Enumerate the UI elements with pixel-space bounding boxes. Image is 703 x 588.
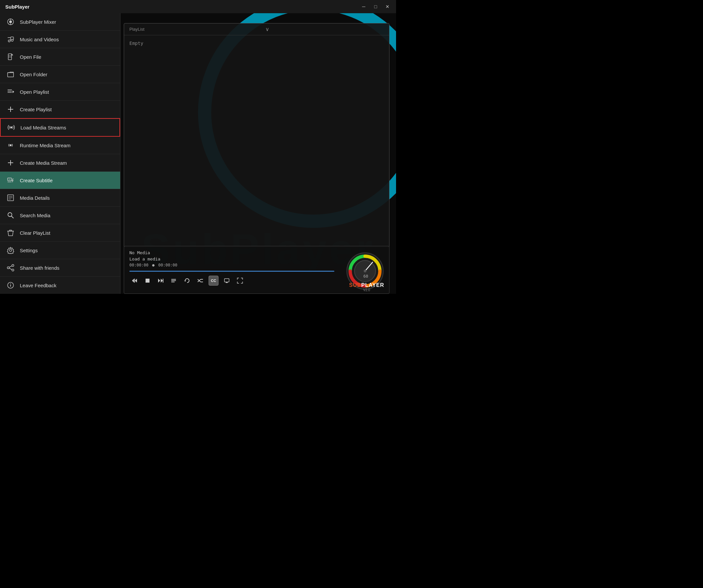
feedback-icon bbox=[7, 281, 14, 289]
subtitle-icon bbox=[7, 176, 14, 184]
sidebar-item-open-file[interactable]: Open File bbox=[0, 48, 120, 66]
time-total: 00:00:00 bbox=[158, 263, 177, 268]
fullscreen-button[interactable] bbox=[235, 276, 245, 286]
sidebar-item-subplayer-mixer[interactable]: SubPlayer Mixer bbox=[0, 13, 120, 31]
close-button[interactable]: ✕ bbox=[384, 4, 391, 9]
sidebar-item-open-folder[interactable]: Open Folder bbox=[0, 66, 120, 83]
file-icon bbox=[7, 53, 14, 61]
share-icon bbox=[7, 264, 14, 272]
svg-rect-66 bbox=[224, 279, 229, 282]
svg-point-47 bbox=[10, 284, 11, 284]
sidebar-label-subplayer-mixer: SubPlayer Mixer bbox=[20, 19, 56, 25]
svg-point-23 bbox=[10, 127, 12, 129]
sidebar-item-media-details[interactable]: Media Details bbox=[0, 189, 120, 207]
music-icon bbox=[7, 35, 14, 43]
shuffle-icon bbox=[198, 278, 203, 284]
screen-icon bbox=[224, 278, 230, 284]
mixer-icon bbox=[7, 18, 14, 26]
svg-rect-67 bbox=[226, 282, 228, 283]
playlist-icon bbox=[7, 88, 14, 96]
screen-button[interactable] bbox=[222, 276, 232, 286]
svg-point-1 bbox=[9, 20, 12, 23]
progress-bar[interactable] bbox=[129, 271, 334, 272]
maximize-button[interactable]: □ bbox=[372, 4, 379, 9]
svg-line-44 bbox=[9, 266, 12, 268]
svg-point-43 bbox=[12, 269, 14, 271]
search-icon bbox=[7, 211, 14, 219]
clear-icon bbox=[7, 229, 14, 237]
sidebar-item-load-media-streams[interactable]: Load Media Streams bbox=[0, 118, 120, 137]
svg-point-9 bbox=[11, 39, 13, 41]
volume-knob-svg[interactable]: 60 bbox=[344, 250, 386, 292]
svg-point-24 bbox=[10, 144, 12, 146]
svg-rect-58 bbox=[171, 279, 176, 280]
sidebar-item-leave-feedback[interactable]: Leave Feedback bbox=[0, 277, 120, 294]
playlist-icon bbox=[171, 278, 177, 284]
minimize-button[interactable]: ─ bbox=[361, 4, 367, 9]
sidebar-label-open-file: Open File bbox=[20, 54, 41, 60]
svg-rect-5 bbox=[11, 36, 13, 37]
svg-rect-52 bbox=[134, 279, 135, 283]
sidebar-label-share-friends: Share with friends bbox=[20, 265, 59, 271]
playlist-toggle-button[interactable] bbox=[169, 276, 179, 286]
sidebar-item-music-and-videos[interactable]: Music and Videos bbox=[0, 31, 120, 48]
titlebar: SubPlayer ─ □ ✕ bbox=[0, 0, 396, 13]
player-panel: PlayList ∨ Empty bbox=[124, 23, 389, 247]
svg-marker-61 bbox=[184, 281, 186, 282]
svg-point-8 bbox=[8, 40, 10, 42]
svg-rect-54 bbox=[146, 279, 150, 283]
svg-rect-57 bbox=[163, 279, 163, 283]
sidebar-label-open-playlist: Open Playlist bbox=[20, 89, 49, 95]
loop-button[interactable] bbox=[182, 276, 192, 286]
next-icon bbox=[158, 278, 164, 284]
cc-label: CC bbox=[211, 279, 216, 283]
stop-button[interactable] bbox=[143, 276, 152, 286]
playlist-header: PlayList ∨ bbox=[124, 23, 389, 35]
svg-point-71 bbox=[364, 270, 366, 272]
svg-line-45 bbox=[9, 269, 12, 270]
sidebar-label-open-folder: Open Folder bbox=[20, 72, 47, 77]
time-current: 00:00:00 bbox=[129, 263, 149, 268]
playlist-chevron-icon[interactable]: ∨ bbox=[265, 26, 269, 32]
sidebar-item-open-playlist[interactable]: Open Playlist bbox=[0, 83, 120, 101]
sidebar-item-clear-playlist[interactable]: Clear PlayList bbox=[0, 224, 120, 242]
folder-icon bbox=[7, 70, 14, 78]
sidebar-item-share-friends[interactable]: Share with friends bbox=[0, 259, 120, 277]
svg-text:60: 60 bbox=[363, 274, 368, 279]
sidebar-item-create-media-stream[interactable]: Create Media Stream bbox=[0, 154, 120, 172]
prev-button[interactable] bbox=[129, 276, 139, 286]
app-title: SubPlayer bbox=[5, 4, 361, 10]
cc-button[interactable]: CC bbox=[209, 276, 219, 286]
svg-point-40 bbox=[10, 249, 12, 251]
time-separator: ● bbox=[152, 263, 154, 268]
volume-knob-container: 60 bbox=[344, 250, 386, 292]
shuffle-button[interactable] bbox=[196, 276, 205, 286]
sidebar-label-create-playlist: Create Playlist bbox=[20, 106, 52, 112]
plus-icon bbox=[7, 105, 14, 113]
controls-bar: No Media Load a media 00:00:00 ● 00:00:0… bbox=[124, 246, 389, 294]
svg-line-38 bbox=[12, 216, 14, 219]
sidebar: SubPlayer MixerMusic and VideosOpen File… bbox=[0, 13, 121, 294]
fullscreen-icon bbox=[237, 278, 243, 284]
sidebar-label-load-media-streams: Load Media Streams bbox=[20, 125, 66, 130]
svg-rect-16 bbox=[8, 73, 13, 77]
sidebar-item-create-playlist[interactable]: Create Playlist bbox=[0, 101, 120, 118]
runtime-icon bbox=[7, 141, 14, 149]
prev-icon bbox=[131, 278, 137, 284]
svg-rect-10 bbox=[8, 54, 12, 60]
next-button[interactable] bbox=[156, 276, 166, 286]
svg-rect-59 bbox=[171, 280, 176, 281]
sidebar-label-create-media-stream: Create Media Stream bbox=[20, 160, 67, 166]
sidebar-item-settings[interactable]: Settings bbox=[0, 242, 120, 259]
svg-point-41 bbox=[12, 265, 14, 267]
sidebar-item-create-subtitle[interactable]: Create Subtitle bbox=[0, 172, 120, 189]
playlist-empty-label: Empty bbox=[129, 41, 143, 46]
settings-icon bbox=[7, 246, 14, 254]
sidebar-item-search-media[interactable]: Search Media bbox=[0, 207, 120, 224]
sidebar-item-runtime-media-stream[interactable]: Runtime Media Stream bbox=[0, 137, 120, 154]
svg-marker-56 bbox=[161, 279, 163, 283]
svg-rect-4 bbox=[8, 37, 11, 38]
svg-rect-60 bbox=[171, 282, 175, 282]
stream-icon bbox=[7, 124, 15, 131]
main-area: SubPlayer PlayList ∨ Empty No Media Load… bbox=[121, 13, 396, 294]
